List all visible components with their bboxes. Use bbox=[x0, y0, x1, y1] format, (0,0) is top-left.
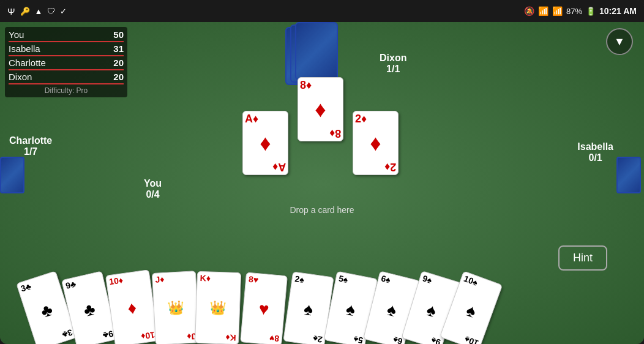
hand-card-10d[interactable]: 10♦ ♦ 10♦ bbox=[105, 269, 159, 344]
you-score: 0/4 bbox=[144, 189, 162, 200]
card-ace-diamonds[interactable]: A♦ ♦ A♦ bbox=[242, 111, 288, 175]
check-icon: ✓ bbox=[60, 7, 67, 16]
score-name-dixon: Dixon bbox=[9, 72, 105, 84]
card-2d-top: 2♦ bbox=[355, 113, 396, 124]
score-value-you: 50 bbox=[105, 29, 124, 42]
status-icons-right: 🔕 📶 📶 87% 🔋 10:21 AM bbox=[524, 6, 637, 16]
charlotte-deck bbox=[0, 157, 28, 193]
isabella-name: Isabella bbox=[577, 141, 613, 152]
card-8d-bottom: 8♦ bbox=[329, 128, 341, 139]
card-2d-center: ♦ bbox=[355, 132, 396, 154]
battery-level: 87% bbox=[566, 7, 582, 16]
chevron-down-icon: ▼ bbox=[614, 36, 625, 48]
top-deck bbox=[285, 27, 359, 76]
score-row-charlotte: Charlotte 20 bbox=[9, 58, 124, 70]
card-8d-center: ♦ bbox=[300, 99, 341, 121]
score-value-isabella: 31 bbox=[105, 43, 124, 56]
hand-area: 3♣ ♣ 3♣ 9♣ ♣ 9♣ 10♦ ♦ 10♦ J♦ 👑 J♦ bbox=[0, 261, 644, 344]
score-name-you: You bbox=[9, 29, 105, 42]
usb-icon: Ψ bbox=[7, 6, 15, 17]
card-ad-center: ♦ bbox=[245, 132, 286, 154]
card-2d-bottom: 2♦ bbox=[384, 162, 396, 173]
you-name: You bbox=[144, 178, 162, 189]
wifi-shield-icon: 🛡 bbox=[47, 7, 55, 16]
signal-icon: 📶 bbox=[552, 6, 563, 16]
card-2-diamonds[interactable]: 2♦ ♦ 2♦ bbox=[353, 111, 399, 175]
status-bar: Ψ 🔑 ▲ 🛡 ✓ 🔕 📶 📶 87% 🔋 10:21 AM bbox=[0, 0, 644, 22]
hand-card-jd[interactable]: J♦ 👑 J♦ bbox=[152, 271, 200, 344]
score-name-charlotte: Charlotte bbox=[9, 58, 105, 70]
isabella-label: Isabella 0/1 bbox=[577, 141, 613, 163]
score-name-isabella: Isabella bbox=[9, 43, 105, 56]
score-panel: You 50 Isabella 31 Charlotte 20 Dixon 20… bbox=[5, 27, 127, 97]
volume-off-icon: 🔕 bbox=[524, 6, 534, 16]
score-row-dixon: Dixon 20 bbox=[9, 72, 124, 84]
score-row-isabella: Isabella 31 bbox=[9, 43, 124, 56]
score-row-you: You 50 bbox=[9, 29, 124, 42]
play-area: 8♦ ♦ 8♦ A♦ ♦ A♦ 2♦ ♦ 2♦ Drop a card here bbox=[224, 71, 420, 206]
game-area: You 50 Isabella 31 Charlotte 20 Dixon 20… bbox=[0, 22, 644, 344]
hand-card-8h[interactable]: 8♥ ♥ 8♥ bbox=[240, 272, 288, 344]
clock: 10:21 AM bbox=[599, 6, 637, 16]
charlotte-score: 1/7 bbox=[9, 146, 52, 157]
drop-zone[interactable]: Drop a card here bbox=[261, 205, 383, 215]
you-label: You 0/4 bbox=[144, 178, 162, 200]
difficulty-label: Difficulty: Pro bbox=[9, 86, 124, 95]
card-8d-top: 8♦ bbox=[300, 80, 341, 91]
charlotte-deck-card bbox=[0, 157, 24, 193]
card-ad-bottom: A♦ bbox=[272, 162, 286, 173]
dixon-name: Dixon bbox=[380, 53, 406, 64]
dropdown-button[interactable]: ▼ bbox=[606, 28, 633, 55]
isabella-deck-card bbox=[616, 157, 641, 193]
isabella-score: 0/1 bbox=[577, 152, 613, 163]
key-icon: 🔑 bbox=[20, 7, 30, 16]
score-value-charlotte: 20 bbox=[105, 58, 124, 70]
hand-card-kd[interactable]: K♦ 👑 K♦ bbox=[195, 271, 241, 344]
status-icons-left: Ψ 🔑 ▲ 🛡 ✓ bbox=[7, 6, 67, 17]
card-8-diamonds[interactable]: 8♦ ♦ 8♦ bbox=[298, 77, 343, 141]
score-value-dixon: 20 bbox=[105, 72, 124, 84]
charlotte-label: Charlotte 1/7 bbox=[9, 135, 52, 157]
isabella-deck bbox=[616, 157, 644, 193]
battery-icon: 🔋 bbox=[586, 7, 596, 16]
phone-frame: Ψ 🔑 ▲ 🛡 ✓ 🔕 📶 📶 87% 🔋 10:21 AM You 50 Is… bbox=[0, 0, 644, 344]
alert-icon: ▲ bbox=[35, 7, 43, 16]
wifi-icon: 📶 bbox=[538, 6, 549, 16]
charlotte-name: Charlotte bbox=[9, 135, 52, 146]
card-ad-top: A♦ bbox=[245, 113, 286, 124]
